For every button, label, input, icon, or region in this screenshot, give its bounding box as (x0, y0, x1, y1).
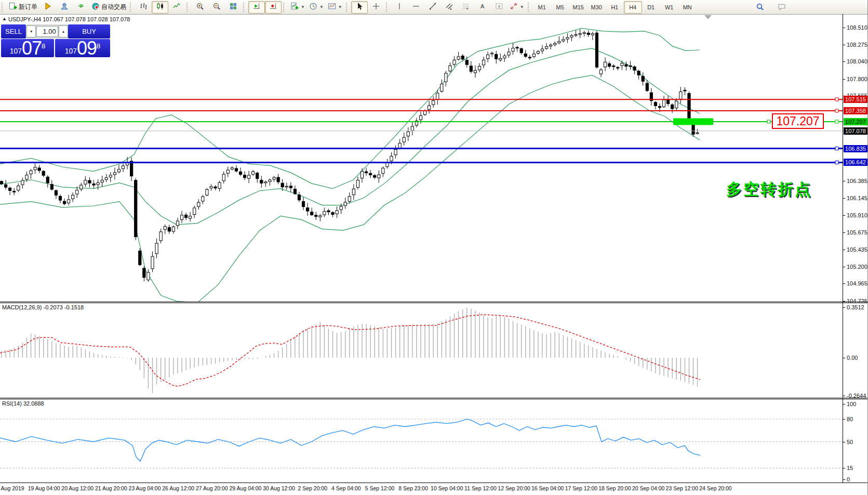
price-level-badge: 107.515 (844, 96, 867, 103)
candle-body (159, 232, 162, 241)
time-axis-label: 4 Sep 04:00 (331, 485, 361, 491)
candle-body (604, 62, 606, 67)
candle-body (550, 45, 552, 46)
candle-body (193, 208, 196, 215)
highlight-rectangle[interactable] (673, 118, 713, 125)
sell-button[interactable]: SELL (1, 24, 26, 38)
candle-body (537, 51, 539, 54)
candle-body (168, 227, 170, 231)
candle-body (336, 211, 338, 214)
candle-body (248, 175, 250, 178)
axis-tick (843, 442, 845, 442)
price-axis-label: 105.910 (847, 212, 867, 218)
candle-body (135, 180, 137, 237)
candle-body (9, 188, 11, 190)
candle-body (457, 57, 460, 59)
rsi-indicator-label: RSI(14) 32.0888 (2, 400, 44, 407)
rsi-axis-label: 80 (847, 416, 853, 422)
macd-axis-label: 0.00 (847, 355, 858, 361)
axis-tick (843, 250, 845, 250)
time-axis-label: 5 Aug 2019 (0, 485, 24, 491)
candle-body (587, 33, 590, 34)
candle-body (684, 90, 686, 91)
sell-price-sup: 8 (42, 40, 45, 53)
axis-tick (843, 479, 845, 480)
candle-body (260, 180, 263, 183)
rsi-axis-label: 50 (847, 439, 853, 445)
price-axis-label: 106.385 (847, 178, 867, 184)
candle-body (176, 221, 179, 226)
one-click-collapse-icon[interactable]: ▲ (2, 16, 7, 21)
time-axis-label: 27 Aug 20:00 (196, 485, 228, 491)
bollinger-lower-line (0, 75, 700, 303)
time-axis-label: 2 Sep 20:00 (298, 485, 327, 491)
candle-body (117, 170, 120, 172)
candle-body (667, 100, 670, 104)
candle-body (617, 67, 619, 68)
buy-button[interactable]: BUY (68, 24, 110, 38)
volume-increase-button[interactable]: ▲ (59, 25, 68, 37)
price-annotation-box[interactable]: 107.207 (772, 113, 824, 129)
axis-tick (843, 61, 845, 62)
candle-body (524, 54, 527, 56)
candle-body (243, 175, 246, 178)
chart-shift-marker-icon[interactable] (704, 15, 712, 19)
time-axis-separator (0, 483, 868, 483)
candle-body (382, 168, 384, 173)
rsi-axis-label: 100 (847, 401, 856, 407)
candle-body (356, 180, 359, 187)
candle-body (373, 175, 376, 177)
price-axis-label: 105.675 (847, 229, 867, 236)
candle-body (495, 54, 498, 59)
candle-body (88, 180, 91, 183)
time-axis-label: 20 Sep 04:00 (632, 485, 664, 491)
price-axis-label: 105.200 (847, 264, 867, 270)
buy-price[interactable]: 107 09 8 (55, 39, 110, 57)
candle-body (4, 185, 7, 187)
price-axis-label: 108.040 (847, 58, 867, 64)
candle-body (541, 49, 543, 51)
candle-body (348, 197, 351, 202)
volume-input[interactable]: 1.00 (36, 26, 58, 37)
candle-body (465, 60, 468, 64)
candle-body (281, 183, 284, 187)
candle-body (478, 66, 480, 70)
candle-body (566, 37, 569, 39)
candle-body (285, 186, 288, 187)
candle-body (101, 180, 103, 182)
level-line-handle[interactable] (835, 161, 838, 164)
candle-body (419, 115, 422, 120)
chart-title: USDJPY-,H4 107.067 107.078 107.028 107.0… (8, 16, 130, 22)
candle-body (218, 183, 221, 188)
candle-body (72, 195, 74, 199)
axis-tick (843, 283, 845, 284)
candle-body (147, 272, 150, 280)
candle-body (323, 212, 326, 215)
candle-body (403, 137, 405, 142)
candle-body (575, 34, 577, 35)
candle-body (231, 168, 233, 170)
candle-body (226, 170, 229, 173)
level-line-handle[interactable] (835, 98, 838, 101)
candle-body (642, 76, 644, 82)
chart-plot[interactable] (0, 0, 868, 495)
volume-decrease-button[interactable]: ▼ (26, 25, 36, 37)
candle-body (595, 33, 598, 67)
pane-separator[interactable] (0, 302, 868, 303)
candle-body (63, 201, 65, 204)
candle-body (482, 60, 485, 65)
level-line-handle[interactable] (835, 120, 838, 123)
trendline-handle[interactable] (767, 120, 770, 123)
turning-point-annotation[interactable]: 多空转折点 (726, 179, 812, 200)
candle-body (68, 200, 70, 203)
time-axis-label: 5 Sep 12:00 (365, 485, 395, 491)
axis-tick (843, 232, 845, 233)
pane-separator[interactable] (0, 398, 868, 399)
candle-body (180, 215, 183, 220)
sell-price[interactable]: 107 07 8 (1, 39, 54, 57)
time-axis-label: 16 Sep 04:00 (531, 485, 564, 491)
candle-body (331, 213, 334, 215)
level-line-handle[interactable] (835, 147, 838, 150)
level-line-handle[interactable] (835, 109, 838, 112)
price-axis-label: 104.965 (847, 280, 867, 286)
